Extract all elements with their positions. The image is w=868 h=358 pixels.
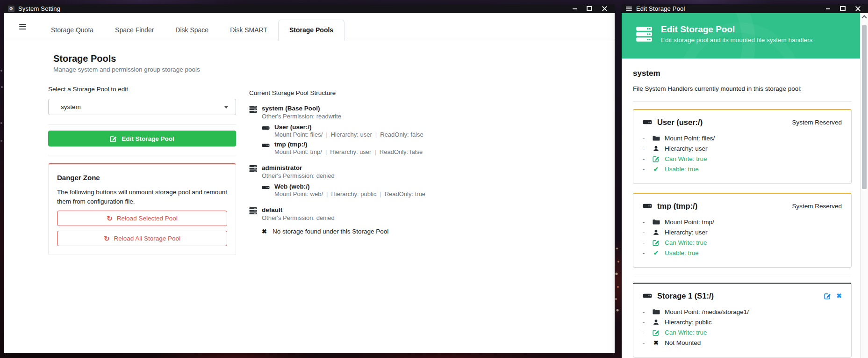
- handler-row-hierarchy: - Hierarchy: user: [643, 143, 842, 153]
- handler-row-usable: - ✔ Usable: true: [643, 164, 842, 174]
- pool-edit-column: Select a Storage Pool to edit system Edi…: [48, 86, 236, 255]
- handler-row-mount: - Mount Point: tmp/: [643, 217, 842, 227]
- edit-storage-pool-titlebar[interactable]: Edit Storage Pool: [622, 4, 868, 13]
- edit-storage-pool-content: Edit Storage Pool Edit storage pool and …: [622, 13, 860, 358]
- user-icon: [652, 145, 660, 152]
- close-icon: [855, 6, 861, 11]
- pool-structure-column: Current Storage Pool Structure system (B…: [249, 86, 520, 255]
- tab-storage-quota[interactable]: Storage Quota: [40, 20, 104, 41]
- dialog-header: Edit Storage Pool Edit storage pool and …: [622, 13, 860, 58]
- hdd-icon: [262, 141, 270, 156]
- tree-handler-web: Web (web:/) Mount Point: web/|Hierarchy:…: [262, 183, 425, 198]
- handler-row-not-mounted: - ✖ Not Mounted: [643, 337, 842, 348]
- scrollbar-thumb[interactable]: [862, 25, 867, 189]
- x-mark-icon: ✖: [652, 340, 660, 346]
- select-pool-label: Select a Storage Pool to edit: [48, 86, 236, 93]
- reload-selected-pool-button[interactable]: ↻ Reload Selected Pool: [57, 211, 227, 226]
- maximize-button[interactable]: [582, 4, 597, 13]
- window-controls: [567, 4, 612, 13]
- divider: [633, 101, 852, 102]
- handler-details: Mount Point: tmp/|Hierarchy: user|ReadOn…: [274, 148, 423, 156]
- handler-row-can-write: - Can Write: true: [643, 153, 842, 164]
- storage-pool-select-value: system: [61, 103, 81, 110]
- hdd-icon: [262, 183, 270, 198]
- check-icon: ✔: [652, 250, 660, 256]
- handler-card-title: Storage 1 (S1:/): [657, 292, 714, 300]
- pool-name: default: [262, 206, 388, 214]
- handler-row-can-write: - Can Write: true: [643, 327, 842, 337]
- window-title: Edit Storage Pool: [636, 5, 685, 12]
- hdd-icon: [643, 117, 652, 127]
- handler-row-hierarchy: - Hierarchy: user: [643, 227, 842, 237]
- edit-handler-button[interactable]: [824, 292, 831, 300]
- handler-row-mount: - Mount Point: /media/storage1/: [643, 307, 842, 317]
- tab-disk-space[interactable]: Disk Space: [165, 20, 219, 41]
- chevron-down-icon: [224, 106, 228, 109]
- close-button[interactable]: [850, 4, 865, 13]
- tab-storage-pools[interactable]: Storage Pools: [278, 20, 344, 41]
- close-button[interactable]: [597, 4, 612, 13]
- pool-permission: Other's Permission: denied: [262, 214, 388, 222]
- minimize-button[interactable]: [567, 4, 582, 13]
- edit-icon: [652, 155, 660, 162]
- system-setting-titlebar[interactable]: ⚙ System Setting: [4, 4, 615, 13]
- handler-details: Mount Point: web/|Hierarchy: public|Read…: [274, 190, 425, 198]
- desktop: ⚙ System Setting Storage Quota Space Fin…: [0, 0, 868, 358]
- dialog-subtitle: Edit storage pool and its mounted file s…: [661, 37, 812, 44]
- minimize-button[interactable]: [820, 4, 835, 13]
- server-icon: [249, 165, 257, 198]
- tree-pool-administrator: administrator Other's Permission: denied…: [249, 164, 520, 198]
- close-icon: [602, 6, 607, 11]
- folder-icon: [652, 308, 660, 315]
- tab-disk-smart[interactable]: Disk SMART: [219, 20, 278, 41]
- handler-name: Web (web:/): [274, 183, 425, 190]
- page-subtitle: Manage system and permission group stora…: [53, 66, 615, 73]
- system-setting-window: ⚙ System Setting Storage Quota Space Fin…: [4, 4, 615, 353]
- reload-selected-pool-label: Reload Selected Pool: [117, 215, 178, 222]
- edit-icon: [652, 329, 660, 336]
- hdd-icon: [262, 124, 270, 139]
- reload-all-storage-pool-button[interactable]: ↻ Reload All Storage Pool: [57, 231, 227, 246]
- reload-all-storage-pool-label: Reload All Storage Pool: [114, 235, 180, 242]
- window-controls: [820, 4, 865, 13]
- server-icon: [634, 26, 654, 43]
- check-icon: ✔: [652, 166, 660, 172]
- edit-storage-pool-button[interactable]: Edit Storage Pool: [48, 131, 236, 146]
- scrollbar[interactable]: [860, 13, 868, 358]
- edit-icon: [110, 135, 117, 142]
- dialog-body: system File System Handlers currently mo…: [622, 58, 860, 358]
- refresh-icon: ↻: [104, 235, 110, 242]
- system-reserved-badge: System Reserved: [792, 203, 842, 210]
- storage-pool-select[interactable]: system: [48, 99, 236, 115]
- tab-space-finder[interactable]: Space Finder: [104, 20, 165, 41]
- tree-pool-system: system (Base Pool) Other's Permission: r…: [249, 104, 520, 156]
- handler-card-tmp: tmp (tmp:/) System Reserved - Mount Poin…: [633, 193, 852, 268]
- hdd-icon: [643, 201, 652, 211]
- handler-row-mount: - Mount Point: files/: [643, 133, 842, 143]
- tab-bar: Storage Quota Space Finder Disk Space Di…: [4, 13, 615, 41]
- window-title: System Setting: [18, 5, 60, 12]
- edit-icon: [824, 292, 831, 300]
- handler-name: tmp (tmp:/): [274, 141, 423, 148]
- edit-icon: [652, 239, 660, 246]
- divider: [633, 275, 852, 275]
- server-icon: [249, 105, 257, 156]
- structure-heading: Current Storage Pool Structure: [249, 89, 520, 96]
- hdd-icon: [643, 291, 652, 300]
- scrollbar-up-arrow[interactable]: [861, 13, 868, 21]
- storage-pools-page: Storage Pools Manage system and permissi…: [4, 41, 615, 255]
- handler-row-can-write: - Can Write: true: [643, 237, 842, 248]
- selected-pool-name: system: [633, 69, 852, 78]
- pool-name: administrator: [262, 164, 425, 172]
- refresh-icon: ↻: [107, 215, 113, 222]
- handlers-description: File System Handlers currently mounted i…: [633, 85, 852, 92]
- maximize-button[interactable]: [835, 4, 850, 13]
- danger-zone-title: Danger Zone: [57, 174, 227, 182]
- tree-handler-user: User (user:/) Mount Point: files/|Hierar…: [262, 124, 423, 139]
- edit-storage-pool-label: Edit Storage Pool: [122, 135, 174, 142]
- divider: [48, 124, 236, 125]
- desktop-wallpaper-sparkles: [0, 0, 1, 1]
- hamburger-menu-icon[interactable]: [19, 24, 26, 29]
- unmount-handler-button[interactable]: ✖: [836, 292, 842, 299]
- tree-handler-tmp: tmp (tmp:/) Mount Point: tmp/|Hierarchy:…: [262, 141, 423, 156]
